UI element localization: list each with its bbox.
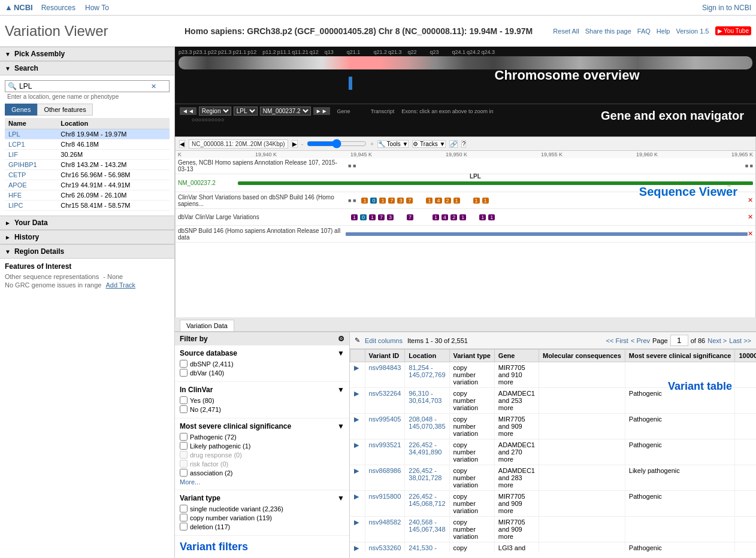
result-name-link[interactable]: APOE	[8, 181, 27, 189]
result-name-link[interactable]: LIF	[8, 151, 18, 158]
region-details-header[interactable]: ▼ Region Details	[0, 244, 174, 259]
dbvar-checkbox[interactable]	[180, 369, 188, 377]
variant-table-scroll[interactable]: Variant ID Location Variant type Gene Mo…	[350, 349, 756, 553]
result-name-link[interactable]: HFE	[8, 192, 22, 199]
location-link[interactable]: 240,568 - 145,067,348	[409, 518, 445, 533]
gene-select[interactable]: LPL	[234, 107, 258, 116]
snv-checkbox[interactable]	[180, 505, 188, 512]
expand-btn[interactable]: ▶	[354, 390, 359, 397]
search-result-row[interactable]: LIF30.26M	[5, 150, 170, 160]
your-data-header[interactable]: ► Your Data	[0, 216, 174, 230]
var-data-tab[interactable]: Variation Data	[180, 320, 234, 331]
yes-checkbox[interactable]	[180, 396, 188, 404]
expand-btn[interactable]: ▶	[354, 416, 359, 423]
more-link[interactable]: More...	[180, 478, 200, 486]
result-name-link[interactable]: CETP	[8, 171, 26, 178]
search-input[interactable]	[19, 82, 151, 90]
source-db-header[interactable]: Source database ▼	[180, 349, 344, 357]
seq-help-btn[interactable]: ?	[461, 140, 466, 148]
location-link[interactable]: 81,254 - 145,072,769	[409, 364, 445, 378]
variant-id-link[interactable]: nsv532264	[369, 390, 401, 397]
seq-fwd-btn[interactable]: ▶	[292, 140, 298, 148]
location-link[interactable]: 208,048 - 145,070,385	[409, 416, 445, 430]
expand-btn[interactable]: ▶	[354, 467, 359, 474]
result-name-link[interactable]: GPIHBP1	[8, 161, 37, 168]
search-result-row[interactable]: GPIHBP1Chr8 143.2M - 143.2M	[5, 160, 170, 170]
edit-columns-link[interactable]: Edit columns	[365, 337, 403, 344]
pathogenic-checkbox[interactable]	[180, 433, 188, 441]
nav-next-btn[interactable]: ►►	[313, 107, 330, 115]
how-to-menu[interactable]: How To	[85, 4, 109, 12]
expand-btn[interactable]: ▶	[354, 364, 359, 371]
resources-menu[interactable]: Resources	[41, 4, 75, 12]
search-result-row[interactable]: APOEChr19 44.91M - 44.91M	[5, 180, 170, 190]
expand-btn[interactable]: ▶	[354, 544, 359, 551]
expand-btn[interactable]: ▶	[354, 493, 359, 500]
pick-assembly-header[interactable]: ▼ Pick Assembly	[0, 47, 174, 61]
header-controls: Reset All Share this page FAQ Help Versi…	[553, 26, 751, 35]
result-name-link[interactable]: LIPC	[8, 202, 23, 209]
first-page-link[interactable]: << First	[606, 337, 628, 344]
search-header[interactable]: ▼ Search	[0, 61, 174, 75]
next-page-link[interactable]: Next >	[707, 337, 727, 344]
sign-in-link[interactable]: Sign in to NCBI	[702, 4, 751, 12]
result-name-link[interactable]: LPL	[8, 131, 20, 138]
result-name-link[interactable]: LCP1	[8, 141, 25, 148]
variant-id-link[interactable]: nsv915800	[369, 493, 401, 500]
page-input[interactable]	[670, 335, 688, 346]
search-result-row[interactable]: HFEChr6 26.09M - 26.10M	[5, 190, 170, 201]
variant-id-link[interactable]: nsv984843	[369, 364, 401, 371]
no-checkbox[interactable]	[180, 405, 188, 413]
region-select[interactable]: Region	[199, 107, 231, 116]
likely-path-checkbox[interactable]	[180, 442, 188, 450]
variant-type-header[interactable]: Variant type ▼	[180, 494, 344, 502]
prev-page-link[interactable]: < Prev	[631, 337, 650, 344]
seq-tools-btn[interactable]: 🔧 Tools ▼	[377, 140, 409, 148]
clinvar-track-close[interactable]: ✕	[748, 196, 753, 204]
variant-id-link[interactable]: nsv533260	[369, 544, 401, 551]
nav-prev-btn[interactable]: ◄◄	[180, 107, 196, 115]
dbsnp-checkbox[interactable]	[180, 360, 188, 368]
zoom-slider[interactable]	[307, 139, 367, 148]
search-clear-btn[interactable]: ✕	[151, 83, 156, 90]
variant-id-link[interactable]: nsv995405	[369, 416, 401, 423]
seq-tracks-btn[interactable]: ⚙ Tracks ▼	[412, 140, 446, 148]
help-link[interactable]: Help	[657, 28, 670, 35]
location-link[interactable]: 96,310 - 30,614,703	[409, 390, 441, 404]
association-checkbox[interactable]	[180, 469, 188, 477]
seq-link-btn[interactable]: 🔗	[449, 140, 458, 148]
seq-back-btn[interactable]: ◀	[179, 140, 185, 148]
variant-id-link[interactable]: nsv948582	[369, 518, 401, 526]
location-link[interactable]: 226,452 - 38,021,728	[409, 467, 441, 481]
cnv-checkbox[interactable]	[180, 514, 188, 521]
deletion-checkbox[interactable]	[180, 523, 188, 530]
dbvar-track-close[interactable]: ✕	[748, 213, 753, 221]
genes-tab[interactable]: Genes	[5, 104, 37, 116]
expand-btn[interactable]: ▶	[354, 441, 359, 448]
last-page-link[interactable]: Last >>	[729, 337, 751, 344]
transcript-select[interactable]: NM_000237.2	[260, 107, 311, 116]
add-track-link[interactable]: Add Track	[105, 281, 135, 289]
faq-link[interactable]: FAQ	[637, 28, 651, 35]
search-result-row[interactable]: CETPChr16 56.96M - 56.98M	[5, 170, 170, 180]
in-clinvar-header[interactable]: In ClinVar ▼	[180, 386, 344, 394]
location-link[interactable]: 226,452 - 34,491,890	[409, 441, 441, 456]
history-header[interactable]: ► History	[0, 230, 174, 244]
youtube-icon[interactable]: ▶ You Tube	[715, 26, 752, 35]
reset-all-link[interactable]: Reset All	[553, 28, 579, 35]
search-result-row[interactable]: LIPCChr15 58.41M - 58.57M	[5, 201, 170, 211]
location-link[interactable]: 241,530 - 23,198,398	[409, 544, 441, 553]
version-link[interactable]: Version 1.5	[676, 28, 709, 35]
other-features-tab[interactable]: Other features	[37, 104, 92, 116]
search-result-row[interactable]: LCP1Chr8 46.18M	[5, 140, 170, 150]
filter-settings-icon[interactable]: ⚙	[338, 335, 344, 343]
variant-id-link[interactable]: nsv993521	[369, 441, 401, 448]
in-clinvar-section: In ClinVar ▼ Yes (80) No (2,471)	[175, 382, 349, 418]
clin-sig-header[interactable]: Most severe clinical significance ▼	[180, 422, 344, 430]
expand-btn[interactable]: ▶	[354, 518, 359, 526]
search-result-row[interactable]: LPLChr8 19.94M - 19.97M	[5, 129, 170, 140]
share-page-link[interactable]: Share this page	[585, 28, 631, 35]
dbsnp-track-close[interactable]: ✕	[748, 230, 753, 238]
location-link[interactable]: 226,452 - 145,068,712	[409, 493, 445, 507]
variant-id-link[interactable]: nsv868986	[369, 467, 401, 474]
